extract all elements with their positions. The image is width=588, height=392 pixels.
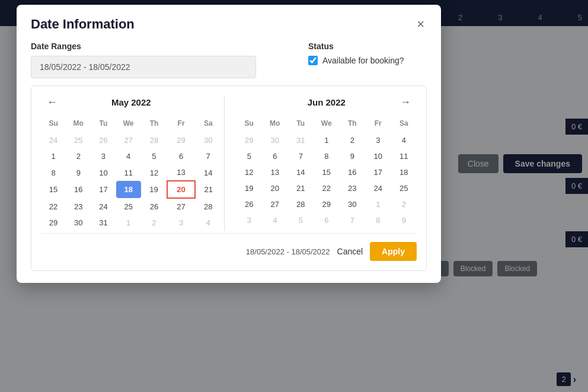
calendar-day[interactable]: 3 <box>167 215 195 231</box>
calendar-day[interactable]: 15 <box>41 181 66 198</box>
jun-header-th: Th <box>340 117 366 132</box>
calendar-day[interactable]: 7 <box>340 212 366 228</box>
calendar-day[interactable]: 8 <box>41 164 66 181</box>
modal-close-button[interactable]: × <box>414 18 427 31</box>
calendar-day[interactable]: 18 <box>116 181 141 198</box>
calendar-day[interactable]: 13 <box>262 164 288 180</box>
calendar-day[interactable]: 1 <box>41 148 66 164</box>
calendar-day[interactable]: 6 <box>167 148 195 164</box>
calendar-day[interactable]: 6 <box>262 148 288 164</box>
calendar-day[interactable]: 27 <box>262 196 288 212</box>
calendar-day[interactable]: 7 <box>195 148 222 164</box>
calendar-day[interactable]: 27 <box>167 198 195 215</box>
jun-calendar: Jun 2022 → Su Mo Tu We Th Fr <box>224 95 417 231</box>
calendar-day[interactable]: 28 <box>141 132 167 148</box>
calendar-day[interactable]: 4 <box>195 215 222 231</box>
calendar-day[interactable]: 2 <box>141 215 167 231</box>
calendar-day[interactable]: 26 <box>141 198 167 215</box>
calendar-day[interactable]: 25 <box>391 180 417 196</box>
calendar-day[interactable]: 2 <box>391 196 417 212</box>
calendar-day[interactable]: 31 <box>288 132 314 148</box>
calendar-day[interactable]: 8 <box>314 148 340 164</box>
calendar-day[interactable]: 1 <box>116 215 141 231</box>
calendar-day[interactable]: 30 <box>195 132 222 148</box>
calendar-day[interactable]: 24 <box>91 198 116 215</box>
calendar-day[interactable]: 13 <box>167 164 195 181</box>
calendar-day[interactable]: 14 <box>288 164 314 180</box>
calendar-day[interactable]: 30 <box>340 196 366 212</box>
cancel-button[interactable]: Cancel <box>337 247 363 256</box>
calendar-day[interactable]: 28 <box>195 198 222 215</box>
calendar-day[interactable]: 8 <box>365 212 391 228</box>
calendar-day[interactable]: 18 <box>391 164 417 180</box>
calendar-day[interactable]: 1 <box>365 196 391 212</box>
calendar-day[interactable]: 3 <box>91 148 116 164</box>
calendar-day[interactable]: 9 <box>66 164 91 181</box>
may-header-tu: Tu <box>91 117 116 132</box>
may-header-mo: Mo <box>66 117 91 132</box>
calendar-day[interactable]: 31 <box>91 215 116 231</box>
calendar-day[interactable]: 2 <box>340 132 366 148</box>
calendar-day[interactable]: 10 <box>91 164 116 181</box>
calendar-day[interactable]: 21 <box>195 181 222 198</box>
calendar-day[interactable]: 30 <box>66 215 91 231</box>
calendar-day[interactable]: 22 <box>41 198 66 215</box>
calendar-day[interactable]: 20 <box>262 180 288 196</box>
calendar-day[interactable]: 10 <box>365 148 391 164</box>
calendar-day[interactable]: 22 <box>314 180 340 196</box>
calendar-day[interactable]: 5 <box>237 148 263 164</box>
calendar-day[interactable]: 11 <box>116 164 141 181</box>
calendar-day[interactable]: 7 <box>288 148 314 164</box>
calendar-day[interactable]: 12 <box>141 164 167 181</box>
calendar-day[interactable]: 29 <box>237 132 263 148</box>
top-section: Date Ranges 18/05/2022 - 18/05/2022 Stat… <box>31 42 427 78</box>
calendar-day[interactable]: 24 <box>365 180 391 196</box>
calendar-day[interactable]: 26 <box>237 196 263 212</box>
calendar-day[interactable]: 29 <box>41 215 66 231</box>
calendar-day[interactable]: 1 <box>314 132 340 148</box>
calendar-day[interactable]: 4 <box>116 148 141 164</box>
calendar-day[interactable]: 28 <box>288 196 314 212</box>
calendar-day[interactable]: 5 <box>141 148 167 164</box>
calendar-day[interactable]: 23 <box>340 180 366 196</box>
calendar-day[interactable]: 26 <box>91 132 116 148</box>
calendar-day[interactable]: 23 <box>66 198 91 215</box>
calendar-day[interactable]: 4 <box>262 212 288 228</box>
available-checkbox[interactable] <box>308 56 318 65</box>
calendar-day[interactable]: 24 <box>41 132 66 148</box>
calendar-day[interactable]: 12 <box>237 164 263 180</box>
jun-month-title: Jun 2022 <box>308 97 346 107</box>
next-month-button[interactable]: → <box>397 95 414 109</box>
calendar-day[interactable]: 2 <box>66 148 91 164</box>
calendar-day[interactable]: 5 <box>288 212 314 228</box>
calendar-day[interactable]: 19 <box>237 180 263 196</box>
footer-date-range: 18/05/2022 - 18/05/2022 <box>246 247 330 256</box>
calendar-day[interactable]: 17 <box>365 164 391 180</box>
calendar-day[interactable]: 9 <box>391 212 417 228</box>
calendar-day[interactable]: 4 <box>391 132 417 148</box>
calendar-day[interactable]: 11 <box>391 148 417 164</box>
jun-header-tu: Tu <box>288 117 314 132</box>
calendar-day[interactable]: 9 <box>340 148 366 164</box>
calendar-day[interactable]: 30 <box>262 132 288 148</box>
calendar-day[interactable]: 3 <box>365 132 391 148</box>
calendar-day[interactable]: 15 <box>314 164 340 180</box>
status-section: Status Available for booking? <box>308 42 427 65</box>
prev-month-button[interactable]: ← <box>43 95 61 109</box>
calendar-day[interactable]: 25 <box>66 132 91 148</box>
calendar-day[interactable]: 29 <box>314 196 340 212</box>
calendar-day[interactable]: 19 <box>141 181 167 198</box>
apply-button[interactable]: Apply <box>370 242 417 261</box>
calendar-day[interactable]: 6 <box>314 212 340 228</box>
calendar-day[interactable]: 25 <box>116 198 141 215</box>
calendar-day[interactable]: 29 <box>167 132 195 148</box>
calendar-day[interactable]: 21 <box>288 180 314 196</box>
calendar-day[interactable]: 16 <box>340 164 366 180</box>
date-range-input[interactable]: 18/05/2022 - 18/05/2022 <box>31 56 256 78</box>
calendar-day[interactable]: 17 <box>91 181 116 198</box>
calendar-day[interactable]: 3 <box>237 212 263 228</box>
calendar-day[interactable]: 16 <box>66 181 91 198</box>
calendar-day[interactable]: 27 <box>116 132 141 148</box>
calendar-day[interactable]: 14 <box>195 164 222 181</box>
calendar-day[interactable]: 20 <box>167 181 195 198</box>
